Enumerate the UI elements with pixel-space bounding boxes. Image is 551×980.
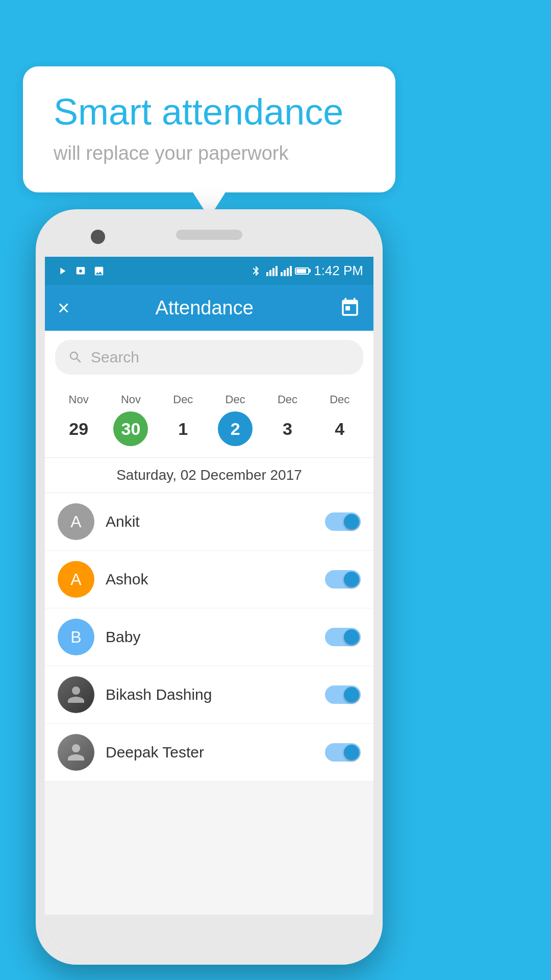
- day-dec2[interactable]: Dec 2: [212, 393, 258, 446]
- selected-date: Saturday, 02 December 2017: [45, 458, 373, 493]
- day-dec1[interactable]: Dec 1: [160, 393, 206, 446]
- toggle-baby[interactable]: [325, 628, 361, 646]
- calendar-strip: Nov 29 Nov 30 Dec 1 Dec 2: [45, 384, 373, 458]
- speech-bubble: Smart attendance will replace your paper…: [23, 66, 395, 192]
- person-name-deepak: Deepak Tester: [106, 744, 314, 761]
- calendar-days: Nov 29 Nov 30 Dec 1 Dec 2: [53, 393, 366, 446]
- day-dec4[interactable]: Dec 4: [317, 393, 363, 446]
- toggle-bikash[interactable]: [325, 685, 361, 704]
- app-bar: × Attendance: [45, 285, 373, 331]
- bubble-title: Smart attendance: [54, 92, 365, 132]
- signal2-icon: [281, 266, 292, 276]
- person-name-ankit: Ankit: [106, 513, 314, 530]
- bluetooth-icon: [249, 265, 263, 277]
- list-item: A Ankit: [45, 493, 373, 551]
- avatar-baby: B: [58, 619, 94, 655]
- search-container: Search: [45, 331, 373, 384]
- person-name-ashok: Ashok: [106, 571, 314, 588]
- person-name-baby: Baby: [106, 628, 314, 646]
- phone-frame: 1:42 PM × Attendance Sea: [36, 209, 383, 965]
- app-screen: 1:42 PM × Attendance Sea: [45, 257, 373, 915]
- day-nov30[interactable]: Nov 30: [108, 393, 154, 446]
- status-bar: 1:42 PM: [45, 257, 373, 285]
- search-bar[interactable]: Search: [55, 340, 363, 375]
- avatar-ankit: A: [58, 503, 94, 540]
- list-item: A Ashok: [45, 551, 373, 608]
- toggle-ankit[interactable]: [325, 512, 361, 531]
- calendar-icon[interactable]: [339, 297, 361, 318]
- status-time: 1:42 PM: [314, 263, 363, 279]
- attendance-list: A Ankit A Ashok B Baby: [45, 493, 373, 781]
- day-nov29[interactable]: Nov 29: [56, 393, 102, 446]
- list-item: Deepak Tester: [45, 724, 373, 781]
- avatar-deepak: [58, 734, 94, 771]
- status-icons-left: [55, 265, 106, 277]
- search-icon: [68, 350, 83, 365]
- home-button-area: [45, 915, 373, 955]
- image-icon: [92, 265, 106, 277]
- phone-top-hardware: [45, 218, 373, 257]
- list-item: Bikash Dashing: [45, 666, 373, 724]
- speaker: [176, 230, 242, 240]
- camera-icon: [73, 265, 88, 277]
- signal-icon: [266, 266, 278, 276]
- search-input-placeholder[interactable]: Search: [91, 349, 139, 366]
- day-dec3[interactable]: Dec 3: [264, 393, 310, 446]
- close-button[interactable]: ×: [58, 298, 69, 318]
- status-icons-right: 1:42 PM: [249, 263, 363, 279]
- play-icon: [55, 265, 69, 277]
- camera: [91, 230, 105, 244]
- avatar-ashok: A: [58, 561, 94, 598]
- app-bar-title: Attendance: [156, 297, 254, 319]
- person-name-bikash: Bikash Dashing: [106, 686, 314, 703]
- battery-icon: [295, 267, 311, 275]
- toggle-deepak[interactable]: [325, 743, 361, 762]
- list-item: B Baby: [45, 608, 373, 666]
- toggle-ashok[interactable]: [325, 570, 361, 589]
- avatar-bikash: [58, 676, 94, 713]
- bubble-subtitle: will replace your paperwork: [54, 142, 365, 164]
- phone-inner: 1:42 PM × Attendance Sea: [45, 218, 373, 955]
